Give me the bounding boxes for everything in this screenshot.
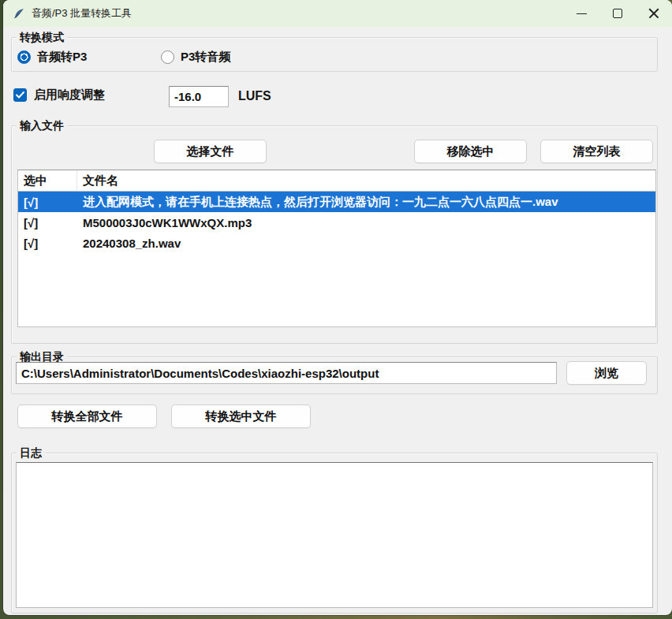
table-row[interactable]: [√] 20240308_zh.wav (18, 233, 655, 253)
lufs-input[interactable] (169, 86, 229, 107)
radio-audio-to-p3[interactable]: 音频转P3 (17, 50, 87, 65)
remove-selected-button[interactable]: 移除选中 (414, 140, 527, 163)
mode-group-label: 转换模式 (17, 31, 67, 44)
file-list-table: 选中 文件名 [√] 进入配网模式，请在手机上连接热点，然后打开浏览器访问：一九… (17, 170, 656, 327)
header-filename[interactable]: 文件名 (77, 170, 655, 191)
clear-list-button[interactable]: 清空列表 (540, 140, 653, 163)
lufs-unit-label: LUFS (238, 89, 271, 103)
select-files-button[interactable]: 选择文件 (154, 140, 267, 163)
maximize-icon (613, 9, 622, 18)
window-title: 音频/P3 批量转换工具 (32, 6, 132, 21)
close-icon (648, 8, 659, 19)
convert-selected-button[interactable]: 转换选中文件 (171, 405, 311, 428)
table-header-row: 选中 文件名 (18, 170, 655, 192)
radio-p3-to-audio[interactable]: P3转音频 (161, 50, 230, 65)
output-path-input[interactable] (16, 362, 557, 384)
log-label: 日志 (17, 446, 45, 460)
header-checked[interactable]: 选中 (18, 170, 77, 191)
loudness-checkbox[interactable]: 启用响度调整 (13, 88, 105, 103)
minimize-icon (577, 13, 587, 14)
mode-group: 转换模式 (11, 37, 658, 72)
table-row[interactable]: [√] M500003J0cWK1WWxQX.mp3 (18, 212, 655, 233)
input-files-label: 输入文件 (17, 119, 67, 132)
convert-all-button[interactable]: 转换全部文件 (17, 405, 157, 428)
table-row[interactable]: [√] 进入配网模式，请在手机上连接热点，然后打开浏览器访问：一九二点一六八点四… (18, 192, 655, 212)
browse-button[interactable]: 浏览 (566, 361, 647, 385)
radio-selected-icon (17, 50, 31, 64)
app-window: 音频/P3 批量转换工具 转换模式 音频转P3 P3转音频 启用响度调整 LUF… (3, 0, 672, 615)
title-bar: 音频/P3 批量转换工具 (3, 0, 672, 27)
python-feather-icon (13, 7, 25, 20)
maximize-button[interactable] (599, 0, 636, 27)
checkbox-checked-icon (13, 88, 27, 102)
log-textarea[interactable] (16, 462, 653, 608)
close-button[interactable] (636, 0, 672, 27)
radio-unselected-icon (161, 50, 174, 64)
minimize-button[interactable] (563, 0, 599, 27)
